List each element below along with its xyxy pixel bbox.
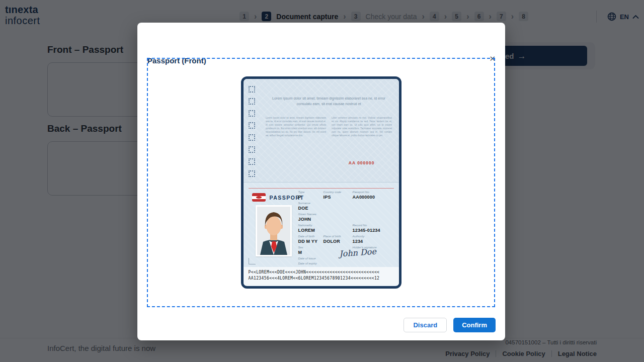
modal-actions: Discard Confirm — [404, 318, 496, 332]
photo-corner-mark — [249, 258, 256, 264]
field-value: P — [298, 195, 305, 200]
document-preview-modal: Passport (Front) ✕ Lorem ipsum dolor sit… — [137, 23, 505, 340]
passport-photo — [256, 205, 292, 256]
field-value: 1234 — [353, 239, 365, 244]
field-value: LOREM — [298, 228, 315, 233]
mrz-line-1: P<<LOREM<<<DOE<<<<JOHN<<<<<<<<<<<<<<<<<<… — [249, 270, 394, 275]
divider — [249, 188, 394, 189]
passport-mrz: P<<LOREM<<<DOE<<<<JOHN<<<<<<<<<<<<<<<<<<… — [244, 267, 399, 286]
passport-data-page: PASSPORT — [244, 183, 399, 267]
field-passport-no: Passport No. AA000000 — [353, 191, 375, 200]
passport-top-page: Lorem ipsum dolor sit amet, timeam digni… — [244, 79, 399, 183]
field-label: Type — [298, 191, 305, 194]
field-value: DD M YY — [298, 239, 318, 244]
field-label: Date of issue — [298, 257, 316, 260]
field-date-of-issue: Date of issue — [298, 257, 316, 260]
passport-body-text: Lorem ipsum dolor sit amet, timeam digni… — [266, 116, 392, 137]
field-type: Type P — [298, 191, 305, 200]
passport-preview-image: Lorem ipsum dolor sit amet, timeam digni… — [241, 76, 401, 289]
passport-header-text: Lorem ipsum dolor sit amet, timeam digni… — [266, 96, 392, 107]
field-label: Given Names — [298, 213, 316, 216]
discard-button[interactable]: Discard — [404, 318, 447, 332]
field-value: DOE — [298, 206, 310, 211]
field-label: Record No. — [353, 224, 380, 227]
field-label: Sex — [298, 246, 303, 249]
field-label: Date of expiry — [298, 262, 317, 265]
passport-serial-number: AA 000000 — [349, 160, 375, 165]
field-value: M — [298, 250, 303, 255]
passport-text-column: Liber verterem principes ne mei. Vidisse… — [332, 116, 392, 137]
field-sex: Sex M — [298, 246, 303, 255]
field-label: Country code — [324, 191, 342, 194]
document-dropzone[interactable]: Lorem ipsum dolor sit amet, timeam digni… — [147, 58, 495, 307]
holder-signature: John Doe — [319, 245, 395, 260]
passport-emblem-icon — [252, 193, 266, 202]
field-label: Nationality — [298, 224, 315, 227]
field-label: Surname — [298, 202, 310, 205]
field-label: Passport No. — [353, 191, 375, 194]
field-nationality: Nationality LOREM — [298, 224, 315, 233]
avatar — [257, 207, 290, 255]
field-label: Authority — [353, 235, 365, 238]
field-value: JOHN — [298, 217, 316, 222]
field-record-no: Record No. 12345-01234 — [353, 224, 380, 233]
perforation-marks — [249, 86, 255, 177]
field-value: DOLOR — [324, 239, 341, 244]
field-surname: Surname DOE — [298, 202, 310, 211]
field-authority: Authority 1234 — [353, 235, 365, 244]
field-date-of-expiry: Date of expiry — [298, 262, 317, 265]
field-value: 12345-01234 — [353, 228, 380, 233]
screen: tınexta infocert 1 › 2 Document capture … — [0, 0, 644, 362]
field-date-of-birth: Date of birth DD M YY — [298, 235, 318, 244]
confirm-button[interactable]: Confirm — [453, 318, 496, 332]
field-country-code: Country code IPS — [324, 191, 342, 200]
passport-text-column: Lorem ipsum dolor sit amet, timeam digni… — [266, 116, 326, 137]
mrz-line-2: AA123456<<<4LOREM<<6LOREM12345678901234<… — [249, 276, 394, 281]
field-value: AA000000 — [353, 195, 375, 200]
field-given-names: Given Names JOHN — [298, 213, 316, 222]
field-value: IPS — [324, 195, 342, 200]
field-label: Date of birth — [298, 235, 318, 238]
field-label: Place of birth — [324, 235, 341, 238]
field-place-of-birth: Place of birth DOLOR — [324, 235, 341, 244]
